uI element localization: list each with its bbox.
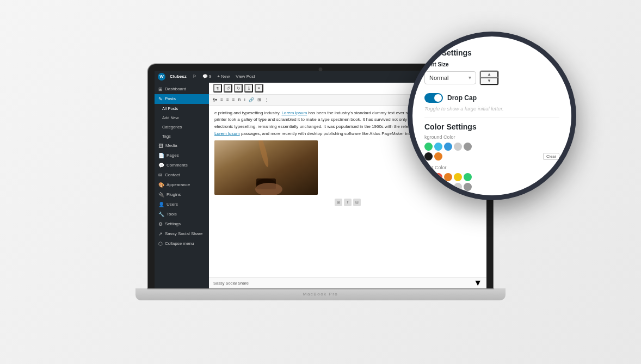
contact-icon: ✉ bbox=[158, 172, 163, 178]
bg-swatch-black[interactable] bbox=[424, 152, 433, 161]
spinner-down-button[interactable]: ▼ bbox=[480, 77, 498, 85]
font-size-value: Normal bbox=[429, 75, 448, 81]
align-left-btn[interactable]: ≡ bbox=[219, 97, 224, 103]
dashboard-icon: ⊞ bbox=[158, 87, 163, 92]
link-btn[interactable]: 🔗 bbox=[248, 97, 255, 103]
topbar-comments[interactable]: 💬 9 bbox=[201, 74, 213, 79]
sidebar-label-add-new: Add New bbox=[162, 115, 178, 120]
bg-swatch-blue[interactable] bbox=[444, 143, 452, 151]
image-center-btn[interactable]: T bbox=[344, 199, 352, 206]
post-image bbox=[214, 140, 318, 195]
align-center-btn[interactable]: ≡ bbox=[225, 97, 230, 103]
sidebar-item-comments[interactable]: 💬 Comments bbox=[155, 161, 209, 170]
undo-button[interactable]: ↺ bbox=[224, 84, 232, 92]
sidebar-item-add-new[interactable]: Add New bbox=[155, 113, 209, 122]
image-right-btn[interactable]: ⊟ bbox=[353, 199, 361, 206]
sidebar-item-collapse[interactable]: ⬡ Collapse menu bbox=[155, 239, 209, 249]
paragraph-tool-button[interactable]: ¶ bbox=[213, 84, 222, 92]
sidebar-item-dashboard[interactable]: ⊞ Dashboard bbox=[155, 84, 209, 94]
sassy-social-bar: Sassy Social Share ▼ bbox=[209, 277, 486, 288]
bold-btn[interactable]: B bbox=[237, 97, 242, 103]
italic-btn[interactable]: I bbox=[243, 97, 246, 103]
menu-button[interactable]: ≡ bbox=[255, 84, 263, 92]
bg-swatch-orange[interactable] bbox=[434, 152, 442, 161]
text-swatch-yellow[interactable] bbox=[454, 173, 462, 181]
laptop: W Clubesz ⚐ 💬 9 + New View Post ⊞ Dashbo… bbox=[135, 64, 506, 300]
sidebar-label-tools: Tools bbox=[167, 212, 177, 217]
sidebar-item-tools[interactable]: 🔧 Tools bbox=[155, 209, 209, 219]
sidebar-item-media[interactable]: 🖼 Media bbox=[155, 141, 209, 151]
sassy-bar-arrow[interactable]: ▼ bbox=[473, 278, 482, 288]
plugins-icon: 🔌 bbox=[158, 192, 164, 198]
redo-button[interactable]: ↻ bbox=[234, 84, 243, 92]
settings-icon: ⚙ bbox=[158, 221, 163, 227]
text-swatch-green[interactable] bbox=[464, 173, 472, 181]
sidebar-label-plugins: Plugins bbox=[167, 192, 181, 197]
sidebar-item-settings[interactable]: ⚙ Settings bbox=[155, 219, 209, 229]
background-color-swatches bbox=[424, 143, 559, 151]
align-right-btn[interactable]: ≡ bbox=[231, 97, 236, 103]
text-color-swatches-row1 bbox=[424, 173, 559, 181]
info-button[interactable]: ℹ bbox=[244, 84, 253, 92]
sidebar-item-posts[interactable]: ✎ Posts bbox=[155, 94, 209, 104]
text-swatch-lightgray[interactable] bbox=[454, 183, 462, 191]
pages-icon: 📄 bbox=[158, 153, 164, 158]
lorem-ipsum-link-1[interactable]: Lorem Ipsum bbox=[281, 110, 307, 115]
topbar-site-name[interactable]: Clubesz bbox=[168, 74, 188, 79]
laptop-brand-label: MacBook Pro bbox=[303, 292, 338, 297]
text-swatch-orange[interactable] bbox=[444, 173, 452, 181]
spinner-up-button[interactable]: ▲ bbox=[480, 71, 498, 78]
tools-icon: 🔧 bbox=[158, 212, 164, 217]
font-size-label: Font Size bbox=[424, 61, 559, 67]
paragraph-btn[interactable]: ¶▾ bbox=[212, 97, 218, 103]
appearance-icon: 🎨 bbox=[158, 182, 164, 188]
drop-cap-row: Drop Cap bbox=[424, 93, 559, 103]
bg-swatch-gray[interactable] bbox=[464, 143, 472, 151]
text-clear-button[interactable]: Clear bbox=[543, 193, 559, 195]
text-settings-panel: Text Settings Font Size Normal ▾ ▲ ▼ bbox=[408, 32, 576, 200]
sidebar-item-categories[interactable]: Categories bbox=[155, 122, 209, 132]
drop-cap-toggle[interactable] bbox=[424, 93, 443, 103]
image-align-btn[interactable]: ⊞ bbox=[335, 199, 342, 206]
table-btn[interactable]: ⊞ bbox=[256, 97, 262, 103]
topbar-view-post[interactable]: View Post bbox=[234, 74, 256, 79]
topbar-notifications[interactable]: ⚐ bbox=[191, 74, 198, 79]
sidebar-label-pages: Pages bbox=[167, 153, 179, 158]
more-btn[interactable]: ⋮ bbox=[263, 97, 270, 103]
sidebar-label-comments: Comments bbox=[167, 163, 188, 168]
dropdown-arrow-icon: ▾ bbox=[469, 75, 471, 81]
text-swatch-gray[interactable] bbox=[464, 183, 472, 191]
collapse-icon: ⬡ bbox=[158, 241, 163, 246]
wp-logo: W bbox=[158, 73, 165, 81]
bg-swatch-green[interactable] bbox=[424, 143, 433, 151]
sidebar-label-dashboard: Dashboard bbox=[165, 87, 186, 91]
posts-icon: ✎ bbox=[158, 96, 163, 102]
sidebar-item-tags[interactable]: Tags bbox=[155, 132, 209, 141]
lorem-ipsum-link-2[interactable]: Lorem Ipsum bbox=[214, 131, 240, 136]
sidebar-item-contact[interactable]: ✉ Contact bbox=[155, 170, 209, 180]
sidebar-label-settings: Settings bbox=[165, 221, 181, 226]
sassy-icon: ↗ bbox=[158, 231, 163, 237]
media-icon: 🖼 bbox=[158, 143, 163, 149]
sidebar-label-categories: Categories bbox=[162, 125, 182, 129]
bg-swatch-lightblue[interactable] bbox=[434, 143, 442, 151]
sidebar-item-pages[interactable]: 📄 Pages bbox=[155, 151, 209, 161]
drop-cap-description: Toggle to show a large initial letter. bbox=[424, 105, 559, 112]
topbar-new[interactable]: + New bbox=[215, 74, 231, 79]
bg-clear-button[interactable]: Clear bbox=[543, 153, 559, 160]
sidebar-item-users[interactable]: 👤 Users bbox=[155, 200, 209, 209]
sidebar-label-collapse: Collapse menu bbox=[165, 241, 194, 246]
sidebar-item-all-posts[interactable]: All Posts bbox=[155, 104, 209, 113]
sidebar-item-sassy[interactable]: ↗ Sassy Social Share bbox=[155, 229, 209, 239]
sidebar-label-appearance: Appearance bbox=[167, 182, 190, 187]
sidebar-item-plugins[interactable]: 🔌 Plugins bbox=[155, 190, 209, 200]
font-size-spinner[interactable]: ▲ ▼ bbox=[479, 70, 499, 85]
text-settings-title: Text Settings bbox=[424, 48, 559, 57]
panel-popup-inner: Text Settings Font Size Normal ▾ ▲ ▼ bbox=[412, 36, 571, 195]
drop-cap-label: Drop Cap bbox=[447, 94, 477, 102]
background-color-label: kground Color bbox=[424, 134, 559, 140]
sidebar-item-appearance[interactable]: 🎨 Appearance bbox=[155, 180, 209, 190]
font-size-select[interactable]: Normal ▾ bbox=[424, 71, 476, 84]
bg-swatch-lightgray[interactable] bbox=[454, 143, 462, 151]
image-toolbar: ⊞ T ⊟ bbox=[214, 198, 481, 207]
